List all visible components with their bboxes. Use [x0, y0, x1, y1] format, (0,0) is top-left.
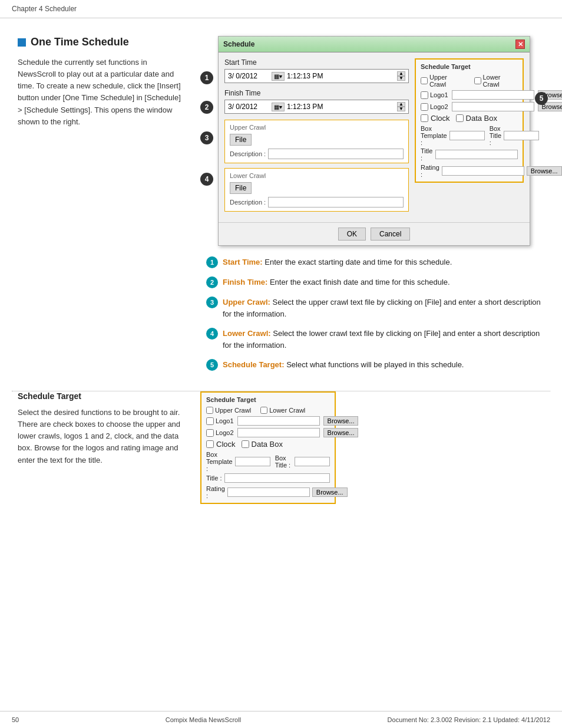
title-input[interactable]: [435, 150, 518, 159]
bottom-section-description: Select the desired functions to be broug…: [18, 407, 183, 466]
start-time-down[interactable]: ▼: [397, 76, 405, 81]
box-template-input[interactable]: [449, 131, 485, 140]
upper-crawl-checkbox-label: Upper Crawl: [429, 74, 465, 88]
rating-label: Rating :: [421, 164, 439, 178]
finish-calendar-button[interactable]: ▦▾: [272, 103, 285, 111]
lower-crawl-file-button[interactable]: File: [230, 182, 252, 194]
cancel-button[interactable]: Cancel: [371, 228, 410, 241]
box-title-input[interactable]: [504, 131, 539, 140]
dialog-left-panel: Start Time ▦▾ ▲ ▼: [224, 58, 409, 216]
mini-clock-checkbox[interactable]: [206, 440, 214, 448]
mini-box-template-label: Box Template :: [206, 451, 233, 472]
left-column: One Time Schedule Schedule the currently…: [18, 36, 183, 379]
logo2-input[interactable]: [452, 102, 534, 111]
clock-label: Clock: [431, 114, 450, 123]
footer-page-number: 50: [12, 716, 19, 723]
logo1-label-item: Logo1: [421, 91, 448, 99]
desc-text-4: Lower Crawl: Select the lower crawl text…: [223, 328, 550, 351]
lower-crawl-description-row: Description :: [230, 197, 404, 207]
mini-logo1-checkbox[interactable]: [206, 417, 214, 425]
mini-title-input[interactable]: [224, 473, 330, 483]
upper-crawl-checkbox[interactable]: [421, 77, 428, 84]
rating-input[interactable]: [442, 166, 524, 176]
step-marker-3: 3: [200, 131, 213, 144]
upper-crawl-section: Upper Crawl File Description :: [224, 120, 409, 163]
mini-upper-crawl-label: Upper Crawl: [215, 407, 251, 414]
schedule-target-panel: Schedule Target Upper Crawl Lower Crawl: [415, 58, 524, 183]
bottom-section: Schedule Target Select the desired funct…: [0, 391, 562, 516]
mini-logo1-input[interactable]: [237, 416, 320, 426]
desc-circle-1: 1: [206, 256, 218, 268]
mini-rating-input[interactable]: [227, 487, 310, 497]
mini-lower-crawl-label: Lower Crawl: [269, 407, 305, 414]
desc-content-5: Select what functions will be played in …: [286, 360, 464, 369]
dialog-body: Start Time ▦▾ ▲ ▼: [219, 52, 530, 222]
mini-rating-row: Rating : Browse...: [206, 485, 330, 499]
mini-logo2-label: Logo2: [206, 429, 234, 437]
mini-logo1-browse[interactable]: Browse...: [323, 416, 359, 426]
mini-crawl-row: Upper Crawl Lower Crawl: [206, 407, 330, 414]
box-template-row: Box Template : Box Title :: [421, 125, 518, 146]
desc-label-4: Lower Crawl:: [223, 329, 271, 338]
logo1-checkbox[interactable]: [421, 91, 428, 99]
desc-circle-4: 4: [206, 328, 218, 340]
desc-label-1: Start Time:: [223, 258, 263, 266]
finish-time-row: ▦▾ ▲ ▼: [224, 100, 409, 114]
mini-box-title-input[interactable]: [295, 457, 330, 466]
lower-crawl-section: Lower Crawl File Description :: [224, 168, 409, 212]
main-content: One Time Schedule Schedule the currently…: [0, 18, 562, 391]
mini-clock-databox-row: Clock Data Box: [206, 440, 330, 449]
clock-checkbox[interactable]: [421, 114, 428, 122]
upper-crawl-description-row: Description :: [230, 149, 404, 159]
upper-crawl-label: Upper Crawl: [230, 124, 404, 131]
footer-right-text: Document No: 2.3.002 Revision: 2.1 Updat…: [388, 716, 550, 723]
section-title: One Time Schedule: [18, 36, 183, 48]
mini-logo2-checkbox[interactable]: [206, 429, 214, 437]
rating-browse-button[interactable]: Browse...: [527, 166, 562, 176]
finish-time-input[interactable]: [287, 103, 331, 111]
mini-lower-crawl: Lower Crawl: [260, 407, 305, 414]
desc-text-5: Schedule Target: Select what functions w…: [223, 359, 464, 371]
desc-text-3: Upper Crawl: Select the upper crawl text…: [223, 297, 550, 319]
upper-crawl-desc-input[interactable]: [268, 149, 404, 159]
dialog-footer: OK Cancel: [219, 222, 530, 245]
upper-crawl-desc-label: Description :: [230, 150, 266, 157]
mini-logo2-input[interactable]: [237, 428, 320, 437]
databox-checkbox[interactable]: [456, 114, 464, 122]
finish-time-down[interactable]: ▼: [397, 107, 405, 111]
start-time-input[interactable]: [287, 72, 331, 80]
mini-databox-label: Data Box: [252, 440, 283, 449]
mini-rating-browse[interactable]: Browse...: [312, 487, 348, 497]
start-date-input[interactable]: [228, 72, 269, 80]
finish-time-label: Finish Time: [224, 89, 409, 97]
mini-logo2-browse[interactable]: Browse...: [323, 428, 359, 437]
dialog-close-button[interactable]: ✕: [515, 39, 525, 49]
upper-crawl-file-button[interactable]: File: [230, 134, 252, 146]
mini-upper-crawl: Upper Crawl: [206, 407, 251, 414]
logo1-input[interactable]: [452, 90, 534, 100]
step-marker-1: 1: [200, 71, 213, 84]
lower-crawl-checkbox-item: Lower Crawl: [474, 74, 518, 88]
ok-button[interactable]: OK: [338, 228, 366, 241]
start-calendar-button[interactable]: ▦▾: [272, 72, 285, 81]
mini-upper-crawl-checkbox[interactable]: [206, 407, 213, 414]
lower-crawl-checkbox[interactable]: [474, 77, 481, 84]
finish-time-spinner: ▲ ▼: [397, 102, 405, 111]
rating-row: Rating : Browse...: [421, 164, 518, 178]
mini-lower-crawl-checkbox[interactable]: [260, 407, 267, 414]
descriptions-section: 1 Start Time: Enter the exact starting d…: [200, 256, 550, 371]
mini-box-template-input[interactable]: [235, 457, 270, 466]
desc-item-4: 4 Lower Crawl: Select the lower crawl te…: [206, 328, 550, 351]
desc-content-3: Select the upper crawl text file by clic…: [223, 298, 541, 318]
page-header: Chapter 4 Scheduler: [0, 0, 562, 18]
lower-crawl-desc-input[interactable]: [268, 197, 404, 207]
logo1-row: Logo1 Browse...: [421, 90, 518, 100]
logo2-checkbox[interactable]: [421, 103, 428, 111]
finish-date-input[interactable]: [228, 103, 269, 111]
desc-item-2: 2 Finish Time: Enter the exact finish da…: [206, 276, 550, 288]
desc-label-5: Schedule Target:: [223, 360, 285, 369]
mini-clock-label: Clock: [216, 440, 236, 449]
step-marker-4: 4: [200, 173, 213, 186]
mini-databox-checkbox[interactable]: [242, 440, 249, 448]
mini-rating-label: Rating :: [206, 485, 225, 499]
